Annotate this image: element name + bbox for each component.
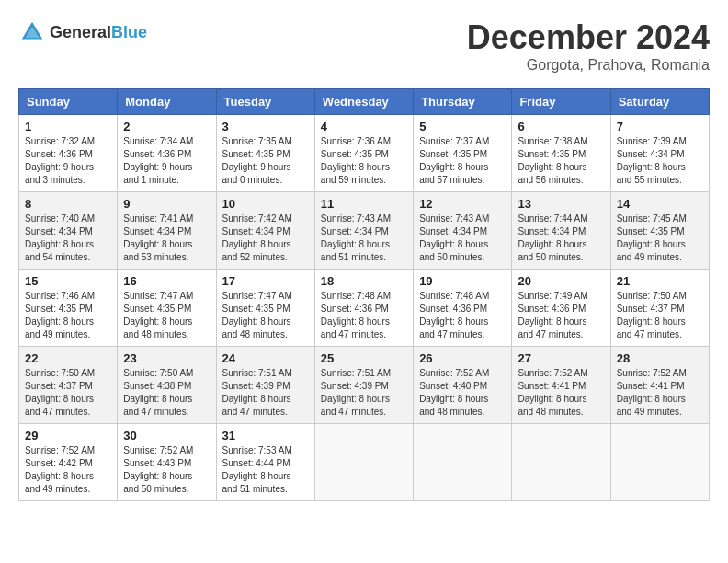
sunset-label: Sunset: 4:41 PM	[617, 381, 685, 391]
day-info: Sunrise: 7:41 AM Sunset: 4:34 PM Dayligh…	[123, 213, 210, 264]
sunset-label: Sunset: 4:34 PM	[321, 226, 389, 236]
day-number: 16	[123, 274, 210, 288]
day-info: Sunrise: 7:52 AM Sunset: 4:43 PM Dayligh…	[123, 444, 210, 496]
sunrise-label: Sunrise: 7:46 AM	[25, 291, 95, 301]
sunrise-label: Sunrise: 7:43 AM	[321, 213, 391, 224]
sunset-label: Sunset: 4:38 PM	[123, 381, 191, 391]
day-number: 24	[222, 351, 309, 365]
day-info: Sunrise: 7:52 AM Sunset: 4:42 PM Dayligh…	[25, 444, 111, 496]
calendar-cell: 19 Sunrise: 7:48 AM Sunset: 4:36 PM Dayl…	[414, 270, 512, 347]
daylight-label: Daylight: 8 hours and 50 minutes.	[518, 239, 586, 262]
day-number: 26	[419, 351, 506, 365]
day-number: 8	[25, 197, 111, 211]
day-number: 19	[419, 274, 506, 288]
sunrise-label: Sunrise: 7:51 AM	[321, 368, 391, 378]
sunrise-label: Sunrise: 7:39 AM	[617, 136, 687, 146]
sunset-label: Sunset: 4:42 PM	[25, 458, 93, 468]
sunrise-label: Sunrise: 7:52 AM	[25, 445, 95, 455]
sunrise-label: Sunrise: 7:50 AM	[123, 368, 193, 378]
sunset-label: Sunset: 4:34 PM	[419, 226, 487, 236]
day-number: 5	[419, 120, 506, 133]
calendar-cell: 26 Sunrise: 7:52 AM Sunset: 4:40 PM Dayl…	[414, 347, 512, 424]
calendar-cell	[610, 424, 709, 501]
day-number: 9	[123, 197, 210, 211]
calendar-cell: 28 Sunrise: 7:52 AM Sunset: 4:41 PM Dayl…	[610, 347, 709, 424]
day-number: 7	[617, 120, 703, 133]
sunrise-label: Sunrise: 7:52 AM	[518, 368, 587, 378]
sunset-label: Sunset: 4:36 PM	[518, 304, 586, 314]
daylight-label: Daylight: 8 hours and 51 minutes.	[321, 239, 390, 262]
day-info: Sunrise: 7:47 AM Sunset: 4:35 PM Dayligh…	[222, 290, 309, 341]
day-info: Sunrise: 7:40 AM Sunset: 4:34 PM Dayligh…	[25, 213, 111, 264]
day-number: 30	[123, 429, 210, 442]
calendar-week-row: 15 Sunrise: 7:46 AM Sunset: 4:35 PM Dayl…	[19, 270, 710, 347]
daylight-label: Daylight: 9 hours and 0 minutes.	[222, 162, 291, 185]
sunset-label: Sunset: 4:35 PM	[518, 149, 586, 159]
day-number: 21	[617, 274, 703, 288]
location-subtitle: Gorgota, Prahova, Romania	[467, 57, 710, 74]
calendar-cell: 25 Sunrise: 7:51 AM Sunset: 4:39 PM Dayl…	[314, 347, 413, 424]
daylight-label: Daylight: 8 hours and 47 minutes.	[123, 394, 192, 417]
logo: GeneralBlue	[18, 18, 147, 46]
calendar-cell: 3 Sunrise: 7:35 AM Sunset: 4:35 PM Dayli…	[216, 115, 314, 192]
sunset-label: Sunset: 4:34 PM	[25, 226, 93, 236]
day-number: 17	[222, 274, 309, 288]
calendar-cell: 31 Sunrise: 7:53 AM Sunset: 4:44 PM Dayl…	[216, 424, 314, 501]
weekday-header-sunday: Sunday	[19, 89, 118, 115]
sunrise-label: Sunrise: 7:34 AM	[123, 136, 193, 146]
day-info: Sunrise: 7:50 AM Sunset: 4:37 PM Dayligh…	[617, 290, 703, 341]
sunset-label: Sunset: 4:43 PM	[123, 458, 191, 468]
day-info: Sunrise: 7:43 AM Sunset: 4:34 PM Dayligh…	[419, 213, 506, 264]
daylight-label: Daylight: 8 hours and 47 minutes.	[222, 394, 291, 417]
sunrise-label: Sunrise: 7:49 AM	[518, 291, 587, 301]
sunset-label: Sunset: 4:36 PM	[321, 304, 389, 314]
day-info: Sunrise: 7:51 AM Sunset: 4:39 PM Dayligh…	[222, 367, 309, 419]
daylight-label: Daylight: 8 hours and 53 minutes.	[123, 239, 192, 262]
sunrise-label: Sunrise: 7:41 AM	[123, 213, 193, 224]
day-info: Sunrise: 7:50 AM Sunset: 4:38 PM Dayligh…	[123, 367, 210, 419]
logo-general-text: General	[50, 23, 111, 41]
day-number: 6	[518, 120, 604, 133]
daylight-label: Daylight: 8 hours and 48 minutes.	[123, 316, 192, 339]
sunrise-label: Sunrise: 7:32 AM	[25, 136, 95, 146]
day-info: Sunrise: 7:36 AM Sunset: 4:35 PM Dayligh…	[321, 135, 407, 187]
day-number: 3	[222, 120, 309, 133]
day-number: 11	[321, 197, 407, 211]
calendar-cell	[512, 424, 610, 501]
sunrise-label: Sunrise: 7:36 AM	[321, 136, 391, 146]
calendar-cell: 2 Sunrise: 7:34 AM Sunset: 4:36 PM Dayli…	[118, 115, 216, 192]
daylight-label: Daylight: 8 hours and 56 minutes.	[518, 162, 586, 185]
sunset-label: Sunset: 4:35 PM	[419, 149, 487, 159]
calendar-cell: 20 Sunrise: 7:49 AM Sunset: 4:36 PM Dayl…	[512, 270, 610, 347]
calendar-cell: 22 Sunrise: 7:50 AM Sunset: 4:37 PM Dayl…	[19, 347, 118, 424]
calendar-cell: 9 Sunrise: 7:41 AM Sunset: 4:34 PM Dayli…	[118, 192, 216, 270]
day-info: Sunrise: 7:45 AM Sunset: 4:35 PM Dayligh…	[617, 213, 703, 264]
sunrise-label: Sunrise: 7:44 AM	[518, 213, 587, 224]
sunrise-label: Sunrise: 7:47 AM	[222, 291, 292, 301]
sunset-label: Sunset: 4:37 PM	[617, 304, 685, 314]
day-info: Sunrise: 7:34 AM Sunset: 4:36 PM Dayligh…	[123, 135, 210, 187]
day-info: Sunrise: 7:35 AM Sunset: 4:35 PM Dayligh…	[222, 135, 309, 187]
sunrise-label: Sunrise: 7:48 AM	[321, 291, 391, 301]
sunset-label: Sunset: 4:34 PM	[617, 149, 685, 159]
daylight-label: Daylight: 8 hours and 57 minutes.	[419, 162, 488, 185]
sunrise-label: Sunrise: 7:35 AM	[222, 136, 292, 146]
day-number: 31	[222, 429, 309, 442]
daylight-label: Daylight: 8 hours and 47 minutes.	[518, 316, 586, 339]
daylight-label: Daylight: 8 hours and 50 minutes.	[123, 471, 192, 494]
calendar-cell: 18 Sunrise: 7:48 AM Sunset: 4:36 PM Dayl…	[314, 270, 413, 347]
day-number: 28	[617, 351, 703, 365]
daylight-label: Daylight: 8 hours and 54 minutes.	[25, 239, 94, 262]
sunset-label: Sunset: 4:36 PM	[419, 304, 487, 314]
daylight-label: Daylight: 9 hours and 1 minute.	[123, 162, 192, 185]
logo-wordmark: GeneralBlue	[50, 23, 147, 42]
day-number: 15	[25, 274, 111, 288]
daylight-label: Daylight: 8 hours and 59 minutes.	[321, 162, 390, 185]
calendar-cell: 27 Sunrise: 7:52 AM Sunset: 4:41 PM Dayl…	[512, 347, 610, 424]
daylight-label: Daylight: 8 hours and 48 minutes.	[222, 316, 291, 339]
day-info: Sunrise: 7:53 AM Sunset: 4:44 PM Dayligh…	[222, 444, 309, 496]
logo-blue-text: Blue	[111, 23, 147, 41]
weekday-header-saturday: Saturday	[610, 89, 709, 115]
sunrise-label: Sunrise: 7:50 AM	[617, 291, 687, 301]
day-number: 14	[617, 197, 703, 211]
